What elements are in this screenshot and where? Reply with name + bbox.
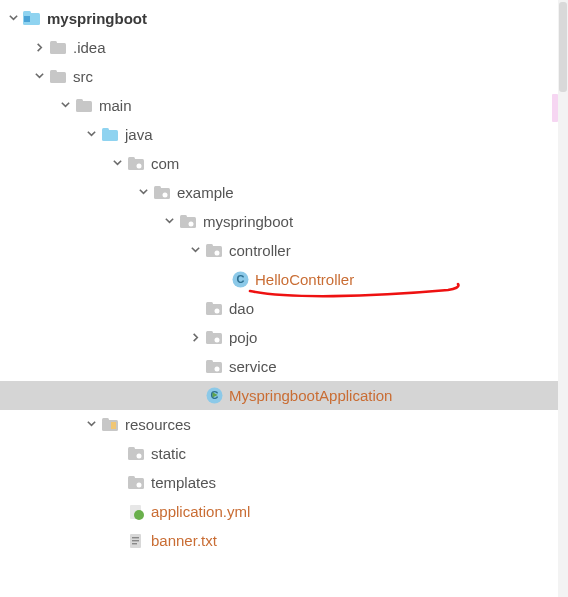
chevron-down-icon[interactable] bbox=[108, 158, 126, 169]
package-icon bbox=[126, 476, 146, 490]
svg-rect-49 bbox=[132, 537, 139, 538]
tree-row-idea[interactable]: .idea bbox=[4, 33, 568, 62]
scrollbar[interactable] bbox=[558, 0, 568, 597]
spring-config-icon bbox=[126, 504, 146, 520]
svg-point-47 bbox=[134, 510, 144, 520]
svg-rect-1 bbox=[23, 11, 31, 16]
svg-rect-26 bbox=[206, 302, 213, 306]
svg-rect-44 bbox=[128, 476, 135, 480]
resources-folder-icon bbox=[100, 418, 120, 432]
svg-rect-10 bbox=[102, 128, 109, 132]
svg-rect-21 bbox=[206, 244, 213, 248]
text-file-icon bbox=[126, 533, 146, 549]
java-class-icon: C bbox=[230, 271, 250, 288]
tree-label: src bbox=[73, 62, 93, 91]
project-tree: myspringboot .idea src main java com exa… bbox=[0, 0, 568, 555]
tree-row-service[interactable]: service bbox=[4, 352, 568, 381]
tree-label: dao bbox=[229, 294, 254, 323]
folder-icon bbox=[74, 99, 94, 113]
tree-row-pojo[interactable]: pojo bbox=[4, 323, 568, 352]
svg-point-22 bbox=[214, 250, 219, 255]
folder-icon bbox=[48, 41, 68, 55]
tree-label: myspringboot bbox=[47, 4, 147, 33]
package-icon bbox=[204, 360, 224, 374]
svg-rect-51 bbox=[132, 543, 137, 544]
tree-row-static[interactable]: static bbox=[4, 439, 568, 468]
chevron-down-icon[interactable] bbox=[30, 71, 48, 82]
package-icon bbox=[178, 215, 198, 229]
svg-point-42 bbox=[136, 453, 141, 458]
svg-rect-12 bbox=[128, 157, 135, 161]
svg-rect-32 bbox=[206, 360, 213, 364]
folder-icon bbox=[48, 70, 68, 84]
chevron-right-icon[interactable] bbox=[30, 42, 48, 53]
tree-label: application.yml bbox=[151, 497, 250, 526]
tree-row-appyml[interactable]: application.yml bbox=[4, 497, 568, 526]
svg-rect-41 bbox=[128, 447, 135, 451]
svg-point-45 bbox=[136, 482, 141, 487]
svg-point-19 bbox=[188, 221, 193, 226]
chevron-down-icon[interactable] bbox=[186, 245, 204, 256]
package-icon bbox=[126, 447, 146, 461]
svg-rect-18 bbox=[180, 215, 187, 219]
tree-label: example bbox=[177, 178, 234, 207]
svg-rect-8 bbox=[76, 99, 83, 103]
package-icon bbox=[204, 302, 224, 316]
tree-row-java[interactable]: java bbox=[4, 120, 568, 149]
svg-point-16 bbox=[162, 192, 167, 197]
tree-row-root[interactable]: myspringboot bbox=[4, 4, 568, 33]
chevron-down-icon[interactable] bbox=[56, 100, 74, 111]
tree-label: pojo bbox=[229, 323, 257, 352]
package-icon bbox=[204, 331, 224, 345]
module-folder-icon bbox=[22, 11, 42, 26]
tree-row-com[interactable]: com bbox=[4, 149, 568, 178]
svg-rect-29 bbox=[206, 331, 213, 335]
source-folder-icon bbox=[100, 128, 120, 142]
svg-text:C: C bbox=[236, 273, 244, 285]
chevron-down-icon[interactable] bbox=[82, 419, 100, 430]
svg-rect-15 bbox=[154, 186, 161, 190]
tree-label: .idea bbox=[73, 33, 106, 62]
tree-label: banner.txt bbox=[151, 526, 217, 555]
tree-row-pkg[interactable]: myspringboot bbox=[4, 207, 568, 236]
svg-point-13 bbox=[136, 163, 141, 168]
svg-point-30 bbox=[214, 337, 219, 342]
tree-row-dao[interactable]: dao bbox=[4, 294, 568, 323]
tree-label: resources bbox=[125, 410, 191, 439]
chevron-down-icon[interactable] bbox=[4, 13, 22, 24]
tree-label: controller bbox=[229, 236, 291, 265]
svg-rect-39 bbox=[111, 422, 116, 429]
tree-label: service bbox=[229, 352, 277, 381]
svg-point-33 bbox=[214, 366, 219, 371]
tree-row-banner[interactable]: banner.txt bbox=[4, 526, 568, 555]
java-runnable-class-icon: C bbox=[204, 387, 224, 404]
tree-row-templates[interactable]: templates bbox=[4, 468, 568, 497]
tree-row-resources[interactable]: resources bbox=[4, 410, 568, 439]
tree-row-controller[interactable]: controller bbox=[4, 236, 568, 265]
package-icon bbox=[152, 186, 172, 200]
svg-rect-2 bbox=[24, 16, 30, 22]
tree-label: HelloController bbox=[255, 265, 354, 294]
svg-rect-6 bbox=[50, 70, 57, 74]
tree-label: myspringboot bbox=[203, 207, 293, 236]
tree-row-main[interactable]: main bbox=[4, 91, 568, 120]
tree-label: static bbox=[151, 439, 186, 468]
svg-rect-50 bbox=[132, 540, 139, 541]
tree-label: java bbox=[125, 120, 153, 149]
chevron-down-icon[interactable] bbox=[134, 187, 152, 198]
package-icon bbox=[204, 244, 224, 258]
tree-row-src[interactable]: src bbox=[4, 62, 568, 91]
tree-row-example[interactable]: example bbox=[4, 178, 568, 207]
tree-row-hellocontroller[interactable]: C HelloController bbox=[4, 265, 568, 294]
chevron-right-icon[interactable] bbox=[186, 332, 204, 343]
tree-label: MyspringbootApplication bbox=[229, 381, 392, 410]
tree-row-application[interactable]: C MyspringbootApplication bbox=[0, 381, 564, 410]
svg-point-27 bbox=[214, 308, 219, 313]
svg-rect-38 bbox=[102, 418, 109, 422]
package-icon bbox=[126, 157, 146, 171]
chevron-down-icon[interactable] bbox=[160, 216, 178, 227]
svg-rect-4 bbox=[50, 41, 57, 45]
tree-label: templates bbox=[151, 468, 216, 497]
tree-label: com bbox=[151, 149, 179, 178]
chevron-down-icon[interactable] bbox=[82, 129, 100, 140]
